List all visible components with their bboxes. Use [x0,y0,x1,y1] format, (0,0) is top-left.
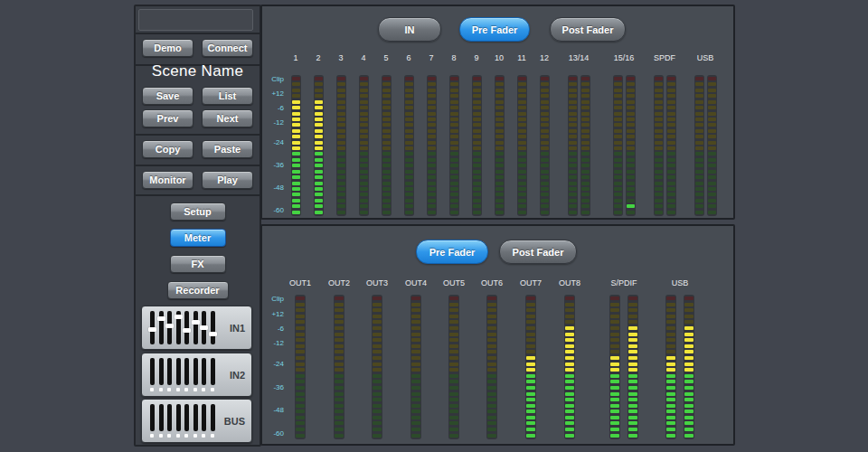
meter-segment [655,129,663,133]
meter-segment [667,146,675,150]
meter-segment [569,152,577,155]
meter-segment [581,170,590,174]
meter-bar [665,295,676,439]
meter-segment [337,112,345,116]
meter-segment [296,368,305,372]
paste-button[interactable]: Paste [202,140,253,158]
meter-segment [628,356,637,360]
meter-segment [628,416,637,419]
tab-in[interactable]: IN [378,17,441,42]
view-card-in2[interactable]: IN2 [141,353,252,397]
channel-dot [193,388,197,391]
meter-segment [610,363,619,366]
meter-segment [449,333,458,336]
meter-segment [337,204,345,208]
meter-segment [614,94,622,98]
meter-segment [382,146,391,150]
meter-segment [526,410,535,413]
prev-button[interactable]: Prev [142,109,193,127]
sidebar-item-recorder[interactable]: Recorder [167,281,229,299]
tab-post-fader[interactable]: Post Fader [499,240,577,264]
meter-segment [708,112,716,116]
meter-segment [518,204,526,208]
meter-bar [336,75,346,216]
fader-slot [159,358,164,385]
monitor-button[interactable]: Monitor [142,171,193,189]
meter-segment [518,182,526,185]
meter-segment [628,303,637,306]
meter-segment [526,308,535,312]
meter-segment [449,344,458,348]
next-button[interactable]: Next [202,109,253,127]
demo-button[interactable]: Demo [142,39,193,57]
meter-segment [667,118,675,121]
meter-segment [335,308,344,312]
card-label: IN1 [230,323,245,334]
scale-label: +12 [262,90,284,98]
tab-post-fader[interactable]: Post Fader [550,17,626,42]
sidebar-item-meter[interactable]: Meter [170,229,226,247]
meter-segment [695,135,703,138]
meter-segment [569,82,577,86]
fader-slot [176,311,181,344]
meter-segment [315,112,323,116]
tab-pre-fader[interactable]: Pre Fader [459,17,530,42]
meter-segment [684,416,693,419]
play-button[interactable]: Play [202,171,253,189]
meter-segment [373,392,382,396]
meter-segment [360,204,368,208]
meter-segment [335,404,344,408]
meter-segment [373,297,382,300]
meter-segment [655,94,663,98]
connection-row: Demo Connect [136,39,259,57]
meter-segment [315,100,323,104]
meter-segment [296,356,305,360]
meter-segment [449,392,458,396]
meter-segment [315,123,323,127]
sidebar-item-fx[interactable]: FX [170,255,226,273]
fader-slot [167,311,172,344]
meter-segment [411,410,420,413]
channel-label: 1 [293,53,297,62]
list-button[interactable]: List [202,87,253,105]
meter-segment [518,82,526,86]
meter-segment [292,112,300,116]
meter-segment [627,182,635,185]
meter-segment [428,175,436,179]
meter-segment [627,123,635,127]
meter-segment [667,112,675,116]
meter-segment [627,135,635,138]
save-button[interactable]: Save [142,87,193,105]
copy-button[interactable]: Copy [142,140,193,158]
meter-segment [360,89,368,92]
meter-segment [614,158,622,162]
meter-segment [655,106,663,109]
meter-segment [335,356,344,360]
meter-segment [667,164,675,167]
connect-button[interactable]: Connect [202,39,253,57]
view-card-bus[interactable]: BUS [141,399,252,443]
fader-knob [165,324,174,328]
meter-segment [667,94,675,98]
meter-segment [495,175,504,179]
sidebar-item-setup[interactable]: Setup [170,202,226,221]
meter-segment [666,297,675,300]
meter-segment [581,100,590,104]
meter-bar [568,75,578,216]
tab-pre-fader[interactable]: Pre Fader [416,240,488,264]
meter-segment [449,308,458,312]
meter-segment [360,193,368,196]
meter-bar [666,75,676,216]
fader-slot [202,404,206,431]
meter-segment [667,211,675,214]
meter-segment [695,129,703,133]
meter-segment [541,123,549,127]
view-card-in1[interactable]: IN1 [141,306,252,350]
meter-segment [708,175,716,179]
channel-dot [202,434,205,438]
meter-segment [708,187,716,191]
meter-segment [627,106,635,109]
meter-segment [450,112,458,116]
meter-segment [684,338,693,342]
channel-label: OUT2 [328,278,350,287]
